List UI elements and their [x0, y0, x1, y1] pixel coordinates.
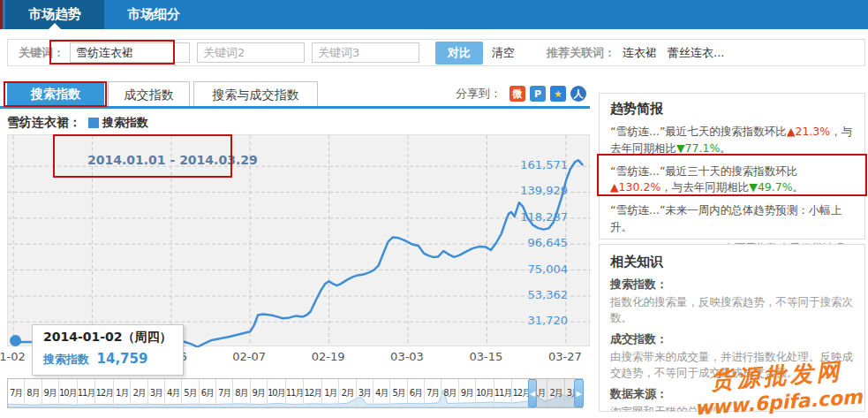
x-axis-label: 03-15	[466, 350, 505, 363]
x-axis-label: 02-19	[309, 350, 348, 363]
y-axis-label: 53,362	[506, 288, 568, 301]
slider-month-label: 8月	[233, 379, 250, 407]
tooltip-series-label: 搜索指数	[43, 353, 89, 366]
right-arrow-icon: ▶	[576, 390, 581, 398]
knowledge-term-data-source: 数据来源：	[610, 386, 854, 402]
top-nav-bar: 市场趋势 市场细分	[0, 0, 868, 29]
pengyou-icon[interactable]: P	[530, 86, 546, 102]
trend-paragraph-30day: “雪纺连...”最近三十天的搜索指数环比▲130.2%，与去年同期相比▼49.7…	[610, 163, 854, 197]
trend-paragraph-7day: “雪纺连...”最近七天的搜索指数环比▲21.3%，与去年同期相比▼77.1%。	[610, 124, 854, 157]
y-axis-label: 96,645	[506, 236, 568, 249]
x-axis-label: 02-07	[230, 350, 268, 363]
nav-tab-label: 市场细分	[127, 6, 180, 22]
slider-month-label: 7月	[8, 379, 25, 407]
clear-link[interactable]: 清空	[492, 45, 515, 61]
x-axis-label: 1-02	[0, 350, 32, 363]
suggestion-link-dress[interactable]: 连衣裙	[623, 45, 657, 61]
slider-month-label: 11月	[494, 379, 513, 407]
slider-month-label: 6月	[200, 379, 216, 407]
slider-month-label: 10月	[59, 379, 78, 407]
left-arrow-icon: ◀	[530, 390, 535, 398]
knowledge-desc-data-source: 淘宝网和天猫的总数据。	[610, 404, 854, 412]
slider-month-label: 9月	[42, 379, 59, 407]
chart-tooltip: 2014-01-02（周四） 搜索指数 14,759	[32, 324, 184, 376]
slider-month-label: 7月	[216, 379, 233, 407]
tab-search-and-deal-index[interactable]: 搜索与成交指数	[193, 81, 318, 107]
slider-month-label: 4月	[374, 379, 390, 407]
suggest-label: 推荐关联词：	[547, 45, 615, 61]
slider-month-label: 12月	[95, 379, 114, 407]
keyword2-input[interactable]	[197, 42, 305, 63]
slider-month-label: 9月	[251, 379, 268, 407]
slider-month-labels: 7月8月9月10月11月12月1月2月3月4月5月6月7月8月9月10月11月1…	[8, 379, 582, 407]
tab-deal-index[interactable]: 成交指数	[108, 81, 190, 107]
chart-legend: 雪纺连衣裙： 搜索指数	[7, 115, 148, 131]
chart-plot-area[interactable]: 2014.01.01 - 2014.03.29 161,571139,92911…	[7, 134, 590, 346]
knowledge-term-search-index: 搜索指数：	[610, 277, 854, 293]
slider-month-label: 7月	[425, 379, 442, 407]
tooltip-value: 14,759	[97, 351, 148, 367]
legend-swatch	[88, 118, 99, 128]
keyword1-input[interactable]	[70, 42, 190, 63]
share-label: 分享到：	[456, 86, 502, 102]
slider-month-label: 10月	[268, 379, 286, 407]
keyword3-input[interactable]	[312, 42, 419, 63]
y-axis-label: 31,720	[506, 314, 568, 327]
tooltip-value-row: 搜索指数 14,759	[43, 351, 172, 368]
y-axis-label: 75,004	[506, 262, 568, 276]
nav-tab-label: 市场趋势	[28, 6, 81, 22]
y-axis-label: 118,287	[506, 210, 568, 224]
tooltip-date: 2014-01-02（周四）	[43, 330, 172, 346]
search-index-chart: 2014.01.01 - 2014.03.29 161,571139,92911…	[7, 134, 590, 366]
nav-tab-market-trends[interactable]: 市场趋势	[5, 0, 104, 29]
trend-line-svg	[8, 135, 591, 347]
knowledge-desc-deal-index: 由搜索带来的成交量，并进行指数化处理。反映成交趋势，不等同于成交量或成交金额。	[610, 349, 854, 380]
slider-right-handle[interactable]: ▶	[574, 379, 584, 407]
x-axis-label: 03-03	[388, 350, 426, 363]
y-axis-label: 139,929	[506, 184, 568, 197]
slider-month-label: 11月	[286, 379, 305, 407]
sina-weibo-icon[interactable]: 微	[509, 86, 525, 102]
active-tab-caret	[49, 23, 61, 29]
keyword-bar: 关键词： 对比 清空 推荐关联词： 连衣裙 蕾丝连衣...	[7, 39, 865, 66]
knowledge-desc-search-index: 指数化的搜索量，反映搜索趋势，不等同于搜索次数。	[610, 294, 854, 325]
slider-month-label: 1月	[114, 379, 131, 407]
qzone-icon[interactable]: ★	[550, 86, 566, 102]
x-axis-label: 03-27	[546, 350, 585, 363]
nav-tab-market-segments[interactable]: 市场细分	[104, 0, 203, 29]
slider-month-label: 8月	[25, 379, 42, 407]
keyword-label: 关键词：	[19, 45, 64, 61]
chart-date-range: 2014.01.01 - 2014.03.29	[87, 153, 258, 167]
suggestion-link-lace-dress[interactable]: 蕾丝连衣...	[668, 45, 724, 61]
trend-brief-panel: 趋势简报 “雪纺连...”最近七天的搜索指数环比▲21.3%，与去年同期相比▼7…	[599, 93, 865, 239]
tabs-underline	[0, 106, 590, 109]
slider-month-label: 11月	[78, 379, 96, 407]
slider-selected-range[interactable]	[537, 379, 574, 407]
slider-month-label: 2月	[339, 379, 356, 407]
slider-month-label: 10月	[476, 379, 494, 407]
slider-month-label: 6月	[408, 379, 425, 407]
trend-brief-title: 趋势简报	[610, 101, 854, 118]
related-knowledge-panel: 相关知识 搜索指数： 指数化的搜索量，反映搜索趋势，不等同于搜索次数。 成交指数…	[599, 244, 865, 412]
legend-keyword: 雪纺连衣裙：	[7, 115, 81, 131]
knowledge-title: 相关知识	[610, 254, 854, 270]
data-point-marker[interactable]	[10, 335, 21, 346]
slider-month-label: 4月	[165, 379, 182, 407]
slider-month-label: 1月	[322, 379, 339, 407]
taobao-index-page: 市场趋势 市场细分 关键词： 对比 清空 推荐关联词： 连衣裙 蕾丝连衣... …	[0, 0, 868, 418]
slider-month-label: 5月	[390, 379, 407, 407]
date-range-slider[interactable]: 7月8月9月10月11月12月1月2月3月4月5月6月7月8月9月10月11月1…	[7, 378, 583, 408]
slider-month-label: 8月	[442, 379, 458, 407]
legend-series-label: 搜索指数	[102, 115, 148, 131]
slider-month-label: 5月	[182, 379, 199, 407]
slider-month-label: 9月	[459, 379, 476, 407]
slider-month-label: 3月	[357, 379, 374, 407]
slider-month-label: 2月	[131, 379, 147, 407]
tab-search-index[interactable]: 搜索指数	[7, 81, 104, 107]
trend-paragraph-forecast: “雪纺连...”未来一周内的总体趋势预测：小幅上升。	[610, 202, 854, 236]
slider-month-label: 12月	[304, 379, 322, 407]
compare-button[interactable]: 对比	[435, 42, 483, 65]
y-axis-label: 161,571	[506, 158, 568, 171]
slider-left-handle[interactable]: ◀	[528, 379, 537, 407]
renren-icon[interactable]: 人	[570, 86, 586, 102]
